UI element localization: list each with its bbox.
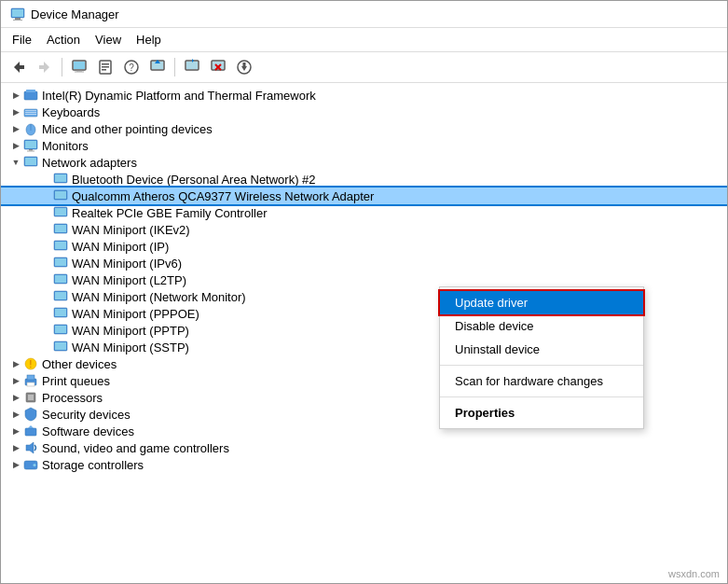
- tree-expand-arrow[interactable]: ▶: [8, 104, 23, 119]
- menu-help[interactable]: Help: [129, 30, 169, 49]
- tree-item-label: WAN Miniport (IPv6): [72, 257, 182, 271]
- svg-rect-55: [55, 258, 66, 266]
- menu-bar: File Action View Help: [1, 28, 727, 52]
- tree-item-icon: [53, 340, 68, 355]
- tree-item-label: WAN Miniport (PPPOE): [72, 307, 199, 321]
- device-manager-window: Device Manager File Action View Help: [0, 0, 728, 584]
- tree-expand-arrow[interactable]: ▶: [8, 121, 23, 136]
- properties-button[interactable]: [93, 55, 117, 79]
- menu-action[interactable]: Action: [39, 30, 88, 49]
- tree-item-label: Realtek PCIe GBE Family Controller: [72, 206, 268, 220]
- tree-expand-arrow[interactable]: ▶: [8, 457, 23, 472]
- tree-item-icon: [23, 104, 38, 119]
- tree-item-label: Keyboards: [42, 105, 100, 119]
- tree-item-network[interactable]: ▼Network adapters: [1, 154, 727, 171]
- computer-button[interactable]: [67, 55, 91, 79]
- watermark: wsxdn.com: [668, 568, 720, 579]
- tree-expand-arrow[interactable]: ▶: [8, 138, 23, 153]
- tree-item-icon: [53, 239, 68, 254]
- svg-rect-51: [55, 225, 66, 232]
- uninstall-button[interactable]: [206, 55, 230, 79]
- tree-item-monitors[interactable]: ▶Monitors: [1, 137, 727, 154]
- svg-rect-5: [20, 65, 24, 69]
- tree-item-keyboards[interactable]: ▶Keyboards: [1, 104, 727, 120]
- svg-rect-40: [29, 149, 33, 151]
- svg-rect-31: [26, 90, 35, 92]
- tree-item-label: Storage controllers: [42, 458, 144, 472]
- svg-rect-53: [55, 242, 66, 249]
- tree-item-intel[interactable]: ▶Intel(R) Dynamic Platform and Thermal F…: [1, 87, 727, 104]
- svg-rect-30: [24, 91, 37, 100]
- context-menu: Update driverDisable deviceUninstall dev…: [439, 286, 644, 429]
- tree-item-sound[interactable]: ▶Sound, video and game controllers: [1, 439, 727, 456]
- svg-rect-39: [25, 141, 36, 148]
- tree-item-icon: [23, 155, 38, 170]
- svg-rect-34: [25, 112, 36, 113]
- svg-rect-35: [25, 114, 36, 115]
- tree-item-storage[interactable]: ▶Storage controllers: [1, 456, 727, 473]
- svg-rect-65: [55, 342, 66, 350]
- svg-marker-28: [241, 66, 247, 71]
- menu-file[interactable]: File: [5, 30, 39, 49]
- svg-marker-75: [26, 442, 34, 453]
- tree-item-label: Mice and other pointing devices: [42, 122, 213, 136]
- tree-item-label: Other devices: [42, 357, 117, 371]
- tree-item-bluetooth[interactable]: Bluetooth Device (Personal Area Network)…: [1, 171, 727, 188]
- forward-button[interactable]: [33, 55, 57, 79]
- tree-item-label: Processors: [42, 391, 103, 405]
- svg-rect-7: [39, 65, 44, 69]
- back-button[interactable]: [7, 55, 31, 79]
- tree-expand-arrow: [38, 239, 53, 254]
- tree-item-label: WAN Miniport (PPTP): [72, 324, 189, 338]
- svg-rect-59: [55, 292, 66, 299]
- title-bar-icon: [10, 7, 25, 21]
- scan-button[interactable]: [180, 55, 204, 79]
- svg-rect-69: [27, 375, 34, 380]
- menu-view[interactable]: View: [88, 30, 129, 49]
- tree-item-wan3[interactable]: WAN Miniport (IPv6): [1, 255, 727, 271]
- context-menu-separator: [440, 396, 643, 397]
- svg-rect-1: [15, 18, 21, 20]
- tree-expand-arrow[interactable]: ▶: [8, 88, 23, 103]
- tree-item-qualcomm[interactable]: Qualcomm Atheros QCA9377 Wireless Networ…: [1, 188, 727, 204]
- svg-rect-3: [12, 9, 23, 17]
- svg-rect-45: [55, 174, 66, 182]
- tree-expand-arrow[interactable]: ▶: [8, 407, 23, 422]
- tree-item-wan2[interactable]: WAN Miniport (IP): [1, 238, 727, 255]
- tree-item-wan1[interactable]: WAN Miniport (IKEv2): [1, 221, 727, 238]
- tree-item-icon: [23, 407, 38, 422]
- svg-rect-10: [76, 70, 82, 72]
- tree-item-icon: [53, 272, 68, 287]
- svg-rect-61: [55, 309, 66, 316]
- svg-rect-22: [186, 62, 198, 69]
- tree-expand-arrow[interactable]: ▼: [8, 155, 23, 170]
- context-menu-item-scan[interactable]: Scan for hardware changes: [440, 369, 643, 393]
- tree-item-realtek[interactable]: Realtek PCIe GBE Family Controller: [1, 204, 727, 221]
- svg-point-77: [34, 464, 36, 466]
- tree-expand-arrow[interactable]: ▶: [8, 390, 23, 405]
- context-menu-item-disable[interactable]: Disable device: [440, 314, 643, 338]
- context-menu-item-uninstall[interactable]: Uninstall device: [440, 338, 643, 361]
- tree-expand-arrow[interactable]: ▶: [8, 373, 23, 388]
- context-menu-item-props[interactable]: Properties: [440, 401, 643, 424]
- context-menu-item-update[interactable]: Update driver: [440, 291, 643, 314]
- tree-expand-arrow[interactable]: ▶: [8, 424, 23, 438]
- update-driver-button[interactable]: [145, 55, 170, 79]
- svg-text:?: ?: [129, 63, 134, 73]
- svg-rect-70: [27, 382, 34, 386]
- help-button[interactable]: ?: [119, 55, 144, 79]
- svg-rect-47: [55, 191, 66, 199]
- tree-item-icon: [53, 205, 68, 220]
- tree-item-icon: [23, 390, 38, 405]
- title-bar: Device Manager: [1, 1, 727, 28]
- tree-item-mice[interactable]: ▶Mice and other pointing devices: [1, 120, 727, 137]
- tree-expand-arrow[interactable]: ▶: [8, 356, 23, 371]
- tree-item-icon: [23, 88, 38, 103]
- tree-item-label: WAN Miniport (L2TP): [72, 273, 186, 287]
- tree-item-icon: [53, 256, 68, 271]
- tree-item-label: Security devices: [42, 408, 130, 422]
- install-button[interactable]: [232, 55, 256, 79]
- tree-expand-arrow[interactable]: ▶: [8, 440, 23, 455]
- tree-item-icon: [53, 323, 68, 338]
- tree-expand-arrow: [38, 289, 53, 304]
